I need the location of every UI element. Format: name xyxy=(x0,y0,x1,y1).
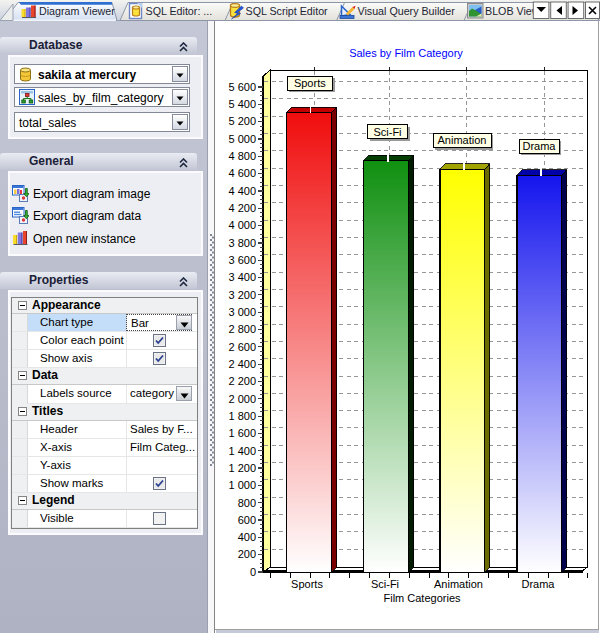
svg-text:Animation: Animation xyxy=(438,134,487,146)
svg-text:4 200: 4 200 xyxy=(228,202,256,214)
svg-text:4 800: 4 800 xyxy=(228,150,256,162)
svg-text:SQL Script Editor: SQL Script Editor xyxy=(246,5,329,17)
svg-text:4 000: 4 000 xyxy=(228,219,256,231)
svg-text:Sales by Film Category: Sales by Film Category xyxy=(349,47,463,59)
svg-text:1 600: 1 600 xyxy=(228,427,256,439)
svg-text:Animation: Animation xyxy=(434,578,483,590)
svg-text:1 800: 1 800 xyxy=(228,410,256,422)
svg-text:3 400: 3 400 xyxy=(228,271,256,283)
svg-text:Visual Query Builder: Visual Query Builder xyxy=(358,5,456,17)
svg-text:2 800: 2 800 xyxy=(228,323,256,335)
svg-text:Drama: Drama xyxy=(521,578,555,590)
svg-text:5 600: 5 600 xyxy=(228,81,256,93)
svg-text:3 800: 3 800 xyxy=(228,237,256,249)
svg-text:1 000: 1 000 xyxy=(228,479,256,491)
svg-text:Diagram Viewer: Diagram Viewer xyxy=(39,5,115,17)
svg-text:0: 0 xyxy=(250,566,256,578)
svg-text:3 200: 3 200 xyxy=(228,289,256,301)
svg-text:800: 800 xyxy=(238,497,256,509)
svg-text:200: 200 xyxy=(238,548,256,560)
svg-text:Sci-Fi: Sci-Fi xyxy=(371,578,399,590)
svg-text:2 600: 2 600 xyxy=(228,341,256,353)
svg-text:2 200: 2 200 xyxy=(228,375,256,387)
svg-text:4 600: 4 600 xyxy=(228,167,256,179)
svg-text:Film Categories: Film Categories xyxy=(383,592,461,604)
svg-text:5 000: 5 000 xyxy=(228,133,256,145)
svg-text:4 400: 4 400 xyxy=(228,185,256,197)
svg-text:1 400: 1 400 xyxy=(228,445,256,457)
svg-text:5 400: 5 400 xyxy=(228,98,256,110)
svg-text:600: 600 xyxy=(238,514,256,526)
svg-text:3 600: 3 600 xyxy=(228,254,256,266)
svg-text:3 000: 3 000 xyxy=(228,306,256,318)
svg-text:5 200: 5 200 xyxy=(228,115,256,127)
svg-text:2 000: 2 000 xyxy=(228,393,256,405)
svg-text:1 200: 1 200 xyxy=(228,462,256,474)
svg-text:Sports: Sports xyxy=(294,77,326,89)
svg-text:Sci-Fi: Sci-Fi xyxy=(373,126,401,138)
svg-text:Drama: Drama xyxy=(522,140,556,152)
svg-text:2 400: 2 400 xyxy=(228,358,256,370)
svg-text:400: 400 xyxy=(238,531,256,543)
svg-text:Sports: Sports xyxy=(291,578,323,590)
svg-text:SQL Editor: ...: SQL Editor: ... xyxy=(146,5,213,17)
